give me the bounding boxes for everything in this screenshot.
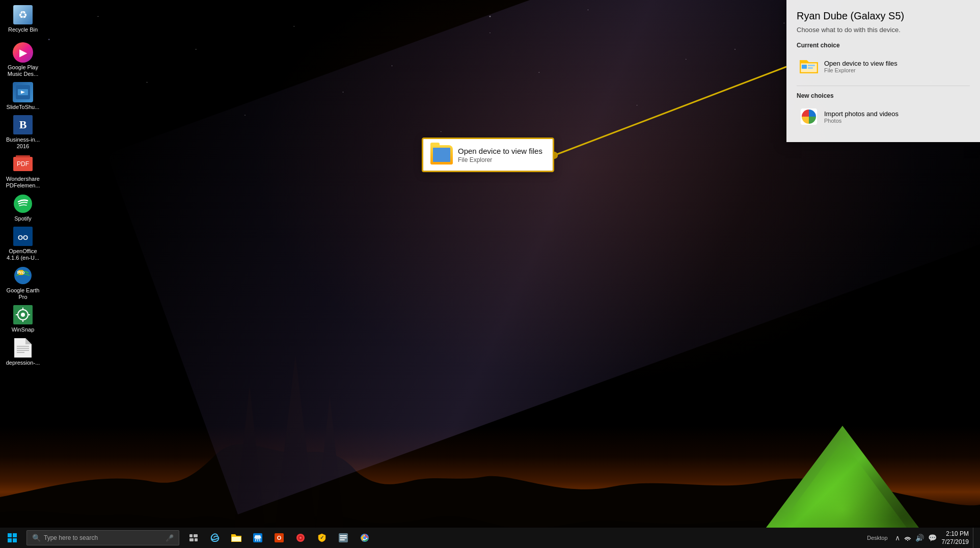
callout-sub-text: File Explorer [458,156,542,163]
file-explorer-taskbar-button[interactable] [226,528,247,548]
svg-text:Pro: Pro [17,270,25,275]
openoffice-label: OpenOffice 4.1.6 (en-U... [5,248,41,261]
depression-label: depression-... [6,360,40,366]
photos-choice-text: Import photos and videos Photos [824,110,899,124]
svg-point-10 [14,195,32,213]
spotify-label: Spotify [14,215,32,222]
desktop-icon-business[interactable]: B Business-in...2016 [3,113,43,152]
desktop-icon-winsnap[interactable]: WinSnap [3,303,43,335]
notification-panel: Ryan Dube (Galaxy S5) Choose what to do … [786,0,980,142]
security-button[interactable]: ✓ [312,528,332,548]
tree-3 [316,395,344,528]
svg-point-50 [300,537,302,539]
svg-point-59 [907,540,908,541]
current-choice-main: Open device to view files [824,60,897,67]
callout-popup[interactable]: Open device to view files File Explorer [422,138,554,172]
svg-point-18 [21,313,25,317]
current-choice-item[interactable]: Open device to view files File Explorer [797,53,970,79]
svg-rect-30 [808,65,815,66]
google-play-music-label: Google Play Music Des... [5,64,41,77]
depression-doc-icon [13,338,33,358]
svg-point-58 [363,536,366,539]
taskbar-search-bar[interactable]: 🔍 Type here to search 🎤 [26,530,179,545]
vivaldi-button[interactable] [290,528,311,548]
svg-rect-34 [13,533,17,537]
taskbar-clock[interactable]: 2:10 PM 7/27/2019 [942,530,969,545]
svg-rect-45 [258,539,259,541]
svg-rect-40 [195,538,198,541]
network-tray-icon[interactable] [903,534,912,542]
current-choice-sub: File Explorer [824,67,897,73]
svg-rect-41 [232,537,241,541]
tree-2 [275,354,316,528]
taskbar-search-input[interactable]: Type here to search [44,534,166,541]
svg-rect-35 [8,538,12,542]
winsnap-label: WinSnap [12,326,35,333]
panel-divider [797,86,970,86]
taskbar-pinned-icons: O ✓ [183,528,375,548]
notification-tray-icon[interactable]: 💬 [927,534,938,542]
panel-title: Ryan Dube (Galaxy S5) [797,10,970,22]
desktop-icon-openoffice[interactable]: OO OpenOffice 4.1.6 (en-U... [3,224,43,263]
google-earth-pro-icon: Pro [13,265,33,286]
tent-glow [771,436,914,528]
panel-subtitle: Choose what to do with this device. [797,26,970,34]
desktop-icon-google-earth-pro[interactable]: Pro Google Earth Pro [3,263,43,303]
tray-expand-icon[interactable]: ∧ [894,534,901,542]
extra-button-1[interactable] [333,528,353,548]
chrome-button[interactable] [355,528,375,548]
desktop-icon-google-play-music[interactable]: ▶ Google Play Music Des... [3,40,43,79]
desktop-icon-spotify[interactable]: Spotify [3,191,43,224]
file-explorer-icon [800,57,818,75]
svg-rect-43 [255,538,260,541]
desktop-icon-recycle-bin[interactable]: ♻ Recycle Bin [3,3,43,35]
wondershare-icon: PDF [13,154,33,174]
callout-file-explorer-icon [430,145,453,165]
svg-rect-36 [13,538,17,542]
trees-silhouette [214,334,357,528]
svg-rect-37 [189,534,193,537]
business-label: Business-in...2016 [6,136,40,150]
new-choice-photos[interactable]: Import photos and videos Photos [797,103,970,130]
svg-rect-33 [8,533,12,537]
show-desktop-button[interactable] [973,528,976,548]
desktop-icon-wondershare[interactable]: PDF Wondershare PDFelemen... [3,152,43,191]
callout-main-text: Open device to view files [458,146,542,156]
desktop-icon-slidetoshutdown[interactable]: SlideToShu... [3,80,43,113]
openoffice-icon: OO [13,226,33,246]
google-play-music-icon: ▶ [13,42,33,63]
spotify-icon [13,194,33,214]
store-button[interactable] [248,528,268,548]
svg-rect-8 [16,155,30,157]
svg-rect-55 [340,539,345,540]
system-tray: ∧ 🔊 💬 [894,534,938,542]
task-view-button[interactable] [183,528,204,548]
taskbar-time: 2:10 PM [942,530,969,538]
svg-rect-29 [802,65,807,69]
tree-1 [234,385,265,528]
volume-tray-icon[interactable]: 🔊 [914,534,925,542]
start-button[interactable] [0,528,24,548]
current-choice-label: Current choice [797,42,970,49]
wondershare-label: Wondershare PDFelemen... [5,176,41,189]
svg-text:✓: ✓ [320,535,324,540]
microphone-icon[interactable]: 🎤 [166,534,174,542]
edge-button[interactable] [205,528,225,548]
photos-icon [800,107,818,126]
taskbar: 🔍 Type here to search 🎤 [0,528,980,548]
current-choice-text: Open device to view files File Explorer [824,60,897,73]
desktop-icon-depression[interactable]: depression-... [3,336,43,368]
tent [756,385,929,528]
svg-text:OO: OO [18,234,28,241]
desktop-label: Desktop [867,535,887,541]
svg-text:B: B [19,118,27,131]
office-button[interactable]: O [269,528,289,548]
slidetoshutdown-icon [13,82,33,102]
svg-rect-38 [194,534,198,537]
svg-rect-39 [189,538,194,541]
svg-rect-54 [340,537,347,538]
windows-logo-icon [8,533,17,542]
svg-rect-53 [340,535,347,536]
google-earth-pro-label: Google Earth Pro [5,287,41,300]
svg-text:PDF: PDF [17,160,29,168]
